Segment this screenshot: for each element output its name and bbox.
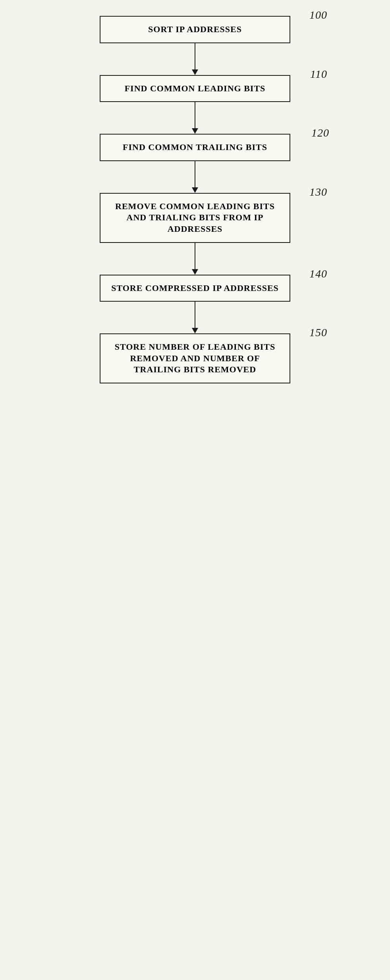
ref-110: 110: [310, 67, 327, 81]
arrow-head: [192, 328, 198, 333]
arrow-line: [195, 102, 195, 128]
step-140-label: STORE COMPRESSED IP ADDRESSES: [111, 283, 279, 293]
arrow-line: [195, 302, 195, 328]
step-120-label: FIND COMMON TRAILING BITS: [123, 142, 267, 152]
step-140-box: 140 STORE COMPRESSED IP ADDRESSES: [100, 275, 290, 302]
arrow-3-4: [192, 243, 198, 275]
arrow-0-1: [192, 43, 198, 75]
step-130-box: 130 REMOVE COMMON LEADING BITS AND TRIAL…: [100, 193, 290, 243]
arrow-1-2: [192, 102, 198, 134]
arrow-head: [192, 269, 198, 275]
ref-140: 140: [309, 267, 327, 281]
step-150-box: 150 STORE NUMBER OF LEADING BITS REMOVED…: [100, 333, 290, 383]
arrow-head: [192, 187, 198, 193]
arrow-line: [195, 161, 195, 187]
step-100-label: SORT IP ADDRESSES: [148, 24, 242, 34]
step-120-box: 120 FIND COMMON TRAILING BITS: [100, 134, 290, 161]
ref-100: 100: [309, 8, 327, 22]
step-110-box: 110 FIND COMMON LEADING BITS: [100, 75, 290, 102]
arrow-head: [192, 128, 198, 134]
step-150-label: STORE NUMBER OF LEADING BITS REMOVED AND…: [115, 342, 276, 374]
flowchart-wrapper: 100 SORT IP ADDRESSES 110 FIND COMMON LE…: [72, 16, 318, 407]
ref-120: 120: [311, 126, 329, 140]
diagram-container: 100 SORT IP ADDRESSES 110 FIND COMMON LE…: [0, 0, 390, 980]
ref-150: 150: [309, 325, 327, 340]
step-110-label: FIND COMMON LEADING BITS: [125, 83, 266, 93]
arrow-2-3: [192, 161, 198, 193]
arrow-line: [195, 243, 195, 269]
ref-130: 130: [309, 185, 327, 199]
arrow-line: [195, 43, 195, 69]
step-100-box: 100 SORT IP ADDRESSES: [100, 16, 290, 43]
arrow-head: [192, 69, 198, 75]
arrow-4-5: [192, 302, 198, 333]
step-130-label: REMOVE COMMON LEADING BITS AND TRIALING …: [115, 201, 275, 234]
